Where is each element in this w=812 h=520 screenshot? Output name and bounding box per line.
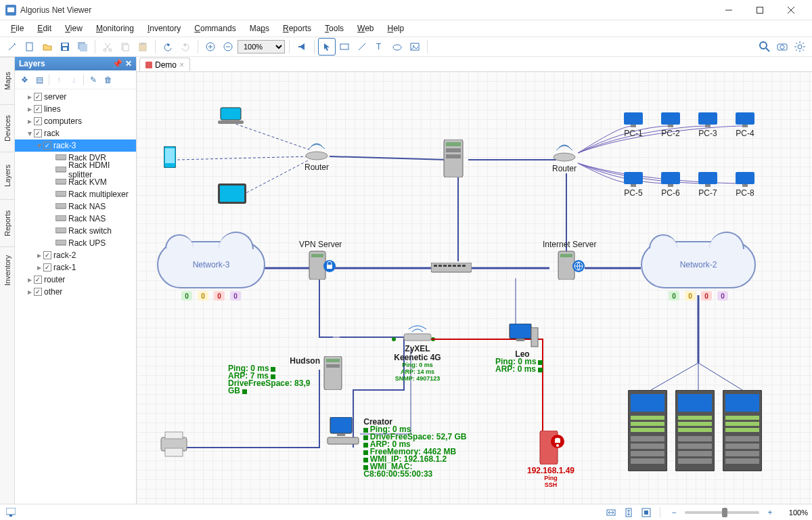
node-rack-b[interactable] [675, 390, 715, 473]
minimize-button[interactable] [713, 0, 744, 20]
tree-twisty-icon[interactable]: ▸ [26, 92, 34, 102]
node-pc-4[interactable]: PC-4 [736, 112, 754, 137]
sidetab-reports[interactable]: Reports [0, 199, 14, 246]
tab-close-icon[interactable]: × [179, 60, 184, 70]
announce-icon[interactable] [294, 39, 310, 55]
menu-help[interactable]: Help [382, 22, 410, 35]
tree-item[interactable]: Rack switch [15, 225, 136, 237]
tree-twisty-icon[interactable]: ▸ [35, 263, 43, 272]
tree-item[interactable]: ▸router [15, 274, 136, 286]
layer-edit-icon[interactable]: ✎ [87, 73, 100, 87]
node-switch[interactable] [431, 263, 472, 275]
tree-twisty-icon[interactable]: ▸ [26, 116, 34, 126]
node-tablet[interactable] [218, 183, 246, 205]
zoom-plus-icon[interactable]: + [763, 506, 777, 519]
close-button[interactable] [775, 0, 807, 20]
node-pc-3[interactable]: PC-3 [698, 112, 717, 137]
tree-item[interactable]: Rack HDMI splitter [15, 164, 136, 176]
node-alert-server[interactable]: 192.168.1.49 Ping SSH [524, 431, 578, 488]
sidetab-maps[interactable]: Maps [0, 57, 14, 104]
tree-checkbox[interactable] [34, 93, 42, 101]
node-rack-c[interactable] [723, 390, 762, 473]
tree-checkbox[interactable] [34, 276, 42, 284]
menu-reports[interactable]: Reports [277, 22, 317, 35]
node-network-2[interactable]: Network-2 0 0 0 0 [641, 241, 756, 301]
node-zyxel[interactable]: ZyXEL Keenetic 4G Ping: 0 ms ARP: 14 ms … [384, 324, 451, 382]
node-pc-8[interactable]: PC-8 [736, 172, 754, 197]
node-rack-a[interactable] [628, 390, 667, 473]
maximize-button[interactable] [744, 0, 775, 20]
paste-icon[interactable] [135, 39, 151, 55]
tree-item[interactable]: ▾rack-3 [15, 139, 136, 152]
tree-item[interactable]: ▸rack-1 [15, 261, 136, 274]
menu-commands[interactable]: Commands [189, 22, 241, 35]
tree-checkbox[interactable] [43, 263, 51, 272]
node-central-server[interactable] [441, 139, 466, 179]
node-laptop[interactable] [217, 106, 245, 127]
select-tool-icon[interactable] [319, 39, 335, 55]
node-pc-6[interactable]: PC-6 [661, 172, 680, 197]
settings-icon[interactable] [792, 39, 808, 55]
menu-maps[interactable]: Maps [244, 22, 275, 35]
cloud-tool-icon[interactable] [389, 39, 405, 55]
sidetab-layers[interactable]: Layers [0, 152, 14, 199]
map-canvas[interactable]: Router Router PC-1 PC-2 PC-3 PC-4 PC-5 P… [137, 72, 812, 504]
open-icon[interactable] [39, 39, 55, 55]
menu-view[interactable]: View [60, 22, 88, 35]
node-phone[interactable] [164, 146, 176, 169]
node-hudson[interactable]: Hudson Ping: 0 ms ARP: 7 ms DriveFreeSpa… [228, 356, 343, 395]
tree-checkbox[interactable] [43, 142, 51, 150]
node-leo[interactable]: Leo Ping: 0 ms ARP: 0 ms [495, 324, 549, 373]
sidetab-devices[interactable]: Devices [0, 104, 14, 152]
tree-item[interactable]: ▸other [15, 286, 136, 298]
tree-item[interactable]: ▸server [15, 91, 136, 103]
tree-twisty-icon[interactable]: ▾ [35, 141, 43, 150]
zoom-select[interactable]: 100% [238, 40, 285, 53]
image-tool-icon[interactable] [407, 39, 423, 55]
node-vpn-server[interactable]: VPN Server [299, 240, 342, 281]
tree-item[interactable]: Rack UPS [15, 237, 136, 249]
menu-inventory[interactable]: Inventory [142, 22, 186, 35]
tree-checkbox[interactable] [34, 288, 42, 296]
wand-icon[interactable] [4, 39, 20, 55]
zoom-out-icon[interactable] [220, 39, 236, 55]
tree-checkbox[interactable] [34, 129, 42, 137]
search-icon[interactable] [757, 39, 773, 55]
layers-stack2-icon[interactable]: ▤ [32, 73, 46, 87]
new-doc-icon[interactable] [22, 39, 38, 55]
tab-demo[interactable]: Demo × [139, 58, 190, 71]
node-printer[interactable] [157, 431, 191, 459]
line-tool-icon[interactable] [354, 39, 370, 55]
layer-delete-icon[interactable]: 🗑 [102, 73, 115, 87]
fit-height-icon[interactable] [622, 506, 635, 519]
zoom-minus-icon[interactable]: − [667, 506, 681, 519]
node-pc-7[interactable]: PC-7 [698, 172, 717, 197]
tree-item[interactable]: ▸lines [15, 103, 136, 115]
node-router-1[interactable]: Router [303, 141, 330, 171]
node-network-3[interactable]: Network-3 0 0 0 0 [157, 241, 265, 301]
pin-icon[interactable]: 📌 [112, 59, 122, 68]
node-pc-2[interactable]: PC-2 [661, 112, 680, 137]
node-pc-1[interactable]: PC-1 [624, 112, 643, 137]
layers-tree[interactable]: ▸server▸lines▸computers▾rack▾rack-3Rack … [15, 89, 136, 504]
tree-twisty-icon[interactable]: ▸ [26, 104, 34, 114]
tree-twisty-icon[interactable]: ▸ [35, 251, 43, 260]
tree-item[interactable]: ▾rack [15, 127, 136, 139]
undo-icon[interactable] [160, 39, 176, 55]
node-router-2[interactable]: Router [551, 142, 578, 173]
menu-tools[interactable]: Tools [319, 22, 349, 35]
node-tool-icon[interactable] [336, 39, 353, 55]
cut-icon[interactable] [99, 39, 116, 55]
tree-twisty-icon[interactable]: ▸ [26, 275, 34, 284]
tree-checkbox[interactable] [34, 105, 42, 113]
menu-monitoring[interactable]: Monitoring [91, 22, 139, 35]
save-icon[interactable] [57, 39, 73, 55]
tree-checkbox[interactable] [43, 251, 51, 259]
tree-item[interactable]: Rack NAS [15, 213, 136, 225]
fit-width-icon[interactable] [604, 506, 618, 519]
menu-file[interactable]: File [5, 22, 29, 35]
tree-twisty-icon[interactable]: ▾ [26, 129, 34, 138]
zoom-slider[interactable] [685, 511, 759, 514]
camera-icon[interactable] [774, 39, 790, 55]
node-pc-5[interactable]: PC-5 [624, 172, 643, 197]
